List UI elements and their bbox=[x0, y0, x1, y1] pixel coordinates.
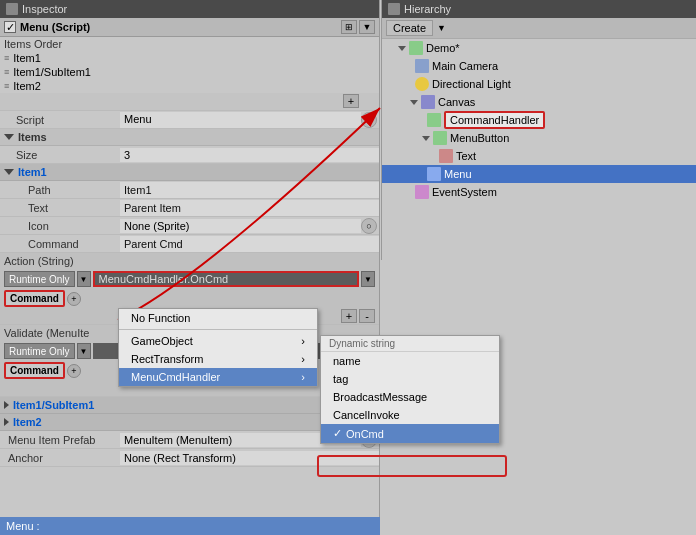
validate-runtime-arrow[interactable]: ▼ bbox=[77, 343, 91, 359]
items-triangle bbox=[4, 134, 14, 140]
event-system-icon bbox=[415, 185, 429, 199]
oncmd-checkmark: ✓ bbox=[333, 427, 342, 440]
items-order-item-3: ≡ Item2 bbox=[0, 79, 379, 93]
command-input[interactable] bbox=[120, 236, 379, 252]
drag-handle-2[interactable]: ≡ bbox=[4, 67, 9, 77]
dropdown-no-function[interactable]: No Function bbox=[119, 309, 317, 327]
icon-label: Icon bbox=[0, 219, 120, 233]
subitem1-label: Item1/SubItem1 bbox=[13, 399, 94, 411]
size-value: 3 bbox=[120, 148, 379, 162]
hierarchy-main-camera[interactable]: Main Camera bbox=[382, 57, 696, 75]
items-section-header[interactable]: Items bbox=[0, 129, 379, 146]
action-runtime-row: Runtime Only ▼ MenuCmdHandler.OnCmd ▼ bbox=[0, 269, 379, 289]
camera-icon bbox=[415, 59, 429, 73]
hierarchy-dir-light[interactable]: Directional Light bbox=[382, 75, 696, 93]
checkmark-icon: ✓ bbox=[6, 21, 15, 34]
item3-label: Item2 bbox=[13, 80, 41, 92]
cmd-handler-icon bbox=[427, 113, 441, 127]
script-header-left: ✓ Menu (Script) bbox=[4, 21, 90, 33]
light-icon bbox=[415, 77, 429, 91]
status-label: Menu : bbox=[6, 520, 40, 532]
script-row-label: Script bbox=[0, 113, 120, 127]
text-input[interactable] bbox=[120, 200, 379, 216]
items-order-label: Items Order bbox=[0, 37, 379, 51]
item2-label: Item1/SubItem1 bbox=[13, 66, 91, 78]
items-section-label: Items bbox=[18, 131, 47, 143]
command-btn[interactable]: Command bbox=[4, 290, 65, 307]
action-plus-btn[interactable]: + bbox=[341, 309, 357, 323]
menu-button-label: MenuButton bbox=[450, 132, 509, 144]
create-arrow: ▼ bbox=[437, 23, 446, 33]
hierarchy-title: Hierarchy bbox=[404, 3, 451, 15]
sub-dropdown-tag[interactable]: tag bbox=[321, 370, 499, 388]
action-minus-btn[interactable]: - bbox=[359, 309, 375, 323]
anchor-row: Anchor None (Rect Transform) bbox=[0, 449, 379, 467]
item1-header[interactable]: Item1 bbox=[0, 164, 379, 181]
function-value: MenuCmdHandler.OnCmd bbox=[99, 273, 229, 285]
icon-row: Icon None (Sprite) ○ bbox=[0, 217, 379, 235]
validate-add-btn[interactable]: + bbox=[67, 364, 81, 378]
sub-dropdown-oncmd[interactable]: ✓ OnCmd bbox=[321, 424, 499, 443]
hierarchy-canvas[interactable]: Canvas bbox=[382, 93, 696, 111]
sub-dropdown-cancel[interactable]: CancelInvoke bbox=[321, 406, 499, 424]
menubutton-triangle bbox=[422, 136, 430, 141]
script-buttons: ⊞ ▼ bbox=[341, 20, 375, 34]
settings-btn[interactable]: ▼ bbox=[359, 20, 375, 34]
game-object-arrow: › bbox=[301, 335, 305, 347]
hierarchy-panel: Hierarchy Create ▼ Demo* Main Camera Dir… bbox=[381, 0, 696, 260]
hierarchy-menu-button[interactable]: MenuButton bbox=[382, 129, 696, 147]
game-object-label: GameObject bbox=[131, 335, 193, 347]
validate-command-btn[interactable]: Command bbox=[4, 362, 65, 379]
hierarchy-header: Hierarchy bbox=[382, 0, 696, 18]
add-item-btn[interactable]: + bbox=[343, 94, 359, 108]
hierarchy-command-handler[interactable]: CommandHandler bbox=[382, 111, 696, 129]
item2-section-label: Item2 bbox=[13, 416, 42, 428]
text-label: Text bbox=[0, 201, 120, 215]
oncmd-label: OnCmd bbox=[346, 428, 384, 440]
inspector-title: Inspector bbox=[22, 3, 67, 15]
hierarchy-event-system[interactable]: EventSystem bbox=[382, 183, 696, 201]
command-label: Command bbox=[0, 237, 120, 251]
command-row: Command bbox=[0, 235, 379, 253]
path-input[interactable] bbox=[120, 182, 379, 198]
dynamic-string-label: Dynamic string bbox=[329, 338, 395, 349]
enabled-checkbox[interactable]: ✓ bbox=[4, 21, 16, 33]
command-add-btn[interactable]: + bbox=[67, 292, 81, 306]
hierarchy-menu[interactable]: Menu bbox=[382, 165, 696, 183]
sub-dropdown-name[interactable]: name bbox=[321, 352, 499, 370]
sub-dropdown-broadcast[interactable]: BroadcastMessage bbox=[321, 388, 499, 406]
canvas-triangle bbox=[410, 100, 418, 105]
dropdown-game-object[interactable]: GameObject › bbox=[119, 332, 317, 350]
subitem1-triangle bbox=[4, 401, 9, 409]
inspector-header: Inspector bbox=[0, 0, 379, 18]
status-bar: Menu : bbox=[0, 517, 380, 535]
items-order-section: Items Order ≡ Item1 ≡ Item1/SubItem1 ≡ I… bbox=[0, 37, 379, 93]
path-label: Path bbox=[0, 183, 120, 197]
menu-cmd-arrow: › bbox=[301, 371, 305, 383]
hierarchy-icon bbox=[388, 3, 400, 15]
dropdown-menu-cmd-handler[interactable]: MenuCmdHandler › bbox=[119, 368, 317, 386]
function-dropdown-arrow[interactable]: ▼ bbox=[361, 271, 375, 287]
hierarchy-demo[interactable]: Demo* bbox=[382, 39, 696, 57]
script-circle-btn[interactable]: ○ bbox=[361, 112, 377, 128]
layout-btn[interactable]: ⊞ bbox=[341, 20, 357, 34]
text-icon bbox=[439, 149, 453, 163]
menu-icon bbox=[427, 167, 441, 181]
size-row: Size 3 bbox=[0, 146, 379, 164]
validate-runtime-btn[interactable]: Runtime Only bbox=[4, 343, 75, 359]
hierarchy-text[interactable]: Text bbox=[382, 147, 696, 165]
icon-circle-btn[interactable]: ○ bbox=[361, 218, 377, 234]
dir-light-label: Directional Light bbox=[432, 78, 511, 90]
dropdown-sep-1 bbox=[119, 329, 317, 330]
dropdown-rect-transform[interactable]: RectTransform › bbox=[119, 350, 317, 368]
inspector-icon bbox=[6, 3, 18, 15]
drag-handle-1[interactable]: ≡ bbox=[4, 53, 9, 63]
runtime-dropdown-arrow[interactable]: ▼ bbox=[77, 271, 91, 287]
action-header: Action (String) bbox=[0, 253, 379, 269]
sub-dropdown-header: Dynamic string bbox=[321, 336, 499, 352]
runtime-btn[interactable]: Runtime Only bbox=[4, 271, 75, 287]
item1-label: Item1 bbox=[13, 52, 41, 64]
create-btn[interactable]: Create bbox=[386, 20, 433, 36]
drag-handle-3[interactable]: ≡ bbox=[4, 81, 9, 91]
cancel-label: CancelInvoke bbox=[333, 409, 400, 421]
